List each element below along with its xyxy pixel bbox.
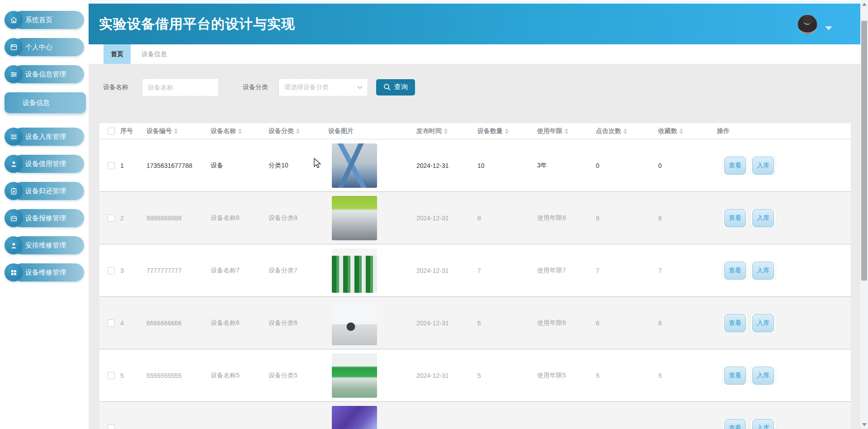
stock-in-button[interactable]: 入库 [752, 262, 774, 280]
select-all-checkbox[interactable] [108, 128, 115, 135]
chevron-down-icon [357, 84, 363, 91]
sliders-icon [5, 65, 23, 83]
grid-icon [5, 263, 23, 281]
sidebar-item-device-repair-mgmt[interactable]: 设备报修管理 [5, 209, 84, 227]
sidebar-subitem-device-info[interactable]: 设备信息 [5, 92, 86, 113]
device-name-input[interactable] [142, 78, 219, 96]
sidebar-item-device-return-mgmt[interactable]: 设备归还管理 [5, 182, 84, 200]
row-checkbox[interactable] [108, 162, 115, 169]
table-row: 查看入库 [99, 402, 851, 429]
briefcase-icon [5, 209, 23, 227]
stock-in-button[interactable]: 入库 [752, 157, 774, 175]
row-checkbox[interactable] [108, 424, 115, 429]
search-bar: 设备名称 设备分类 请选择设备分类 查询 [99, 64, 860, 123]
sort-carets-icon[interactable] [679, 129, 683, 134]
sort-carets-icon[interactable] [444, 129, 448, 134]
view-button[interactable]: 查看 [724, 262, 746, 280]
table-header-row: 序号设备编号设备名称设备分类设备图片发布时间设备数量使用年限点击次数收藏数操作 [99, 123, 851, 139]
device-category-label: 设备分类 [243, 83, 268, 91]
view-button[interactable]: 查看 [724, 157, 746, 175]
user-avatar[interactable] [797, 14, 817, 34]
list-icon [5, 128, 23, 146]
query-button[interactable]: 查询 [376, 79, 415, 95]
sidebar-item-personal-center[interactable]: 个人中心 [5, 38, 84, 56]
table-row: 28888888888设备名称8设备分类82024-12-318使用年限888查… [99, 192, 851, 244]
column-header[interactable]: 设备名称 [206, 127, 264, 135]
column-header[interactable]: 设备数量 [473, 127, 533, 135]
app-window: 系统首页个人中心设备信息管理设备信息设备入库管理设备借用管理设备归还管理设备报修… [0, 0, 868, 429]
column-header[interactable]: 发布时间 [412, 127, 473, 135]
scrollbar-thumb[interactable] [861, 21, 867, 281]
sidebar-item-arrange-maintenance-mgmt[interactable]: 安排维修管理 [5, 236, 84, 254]
tab-bar: 首页设备信息 [89, 44, 860, 64]
stock-in-button[interactable]: 入库 [752, 367, 774, 385]
row-checkbox[interactable] [108, 214, 115, 222]
sidebar-item-system-home[interactable]: 系统首页 [5, 11, 84, 29]
tab-device-info[interactable]: 设备信息 [134, 44, 174, 64]
clipboard-icon [5, 182, 23, 200]
column-header[interactable]: 收藏数 [654, 127, 712, 135]
table-body: 11735631677788设备分类102024-12-31103年00查看入库… [99, 139, 851, 429]
view-button[interactable]: 查看 [724, 367, 746, 385]
sidebar-item-label: 设备入库管理 [13, 128, 84, 146]
person-icon [5, 236, 23, 254]
column-header[interactable]: 使用年限 [533, 127, 591, 135]
sidebar-item-label: 安排维修管理 [13, 236, 84, 254]
device-name-label: 设备名称 [103, 83, 128, 91]
sort-carets-icon[interactable] [238, 129, 242, 134]
scroll-down-icon[interactable] [862, 423, 867, 426]
scroll-up-icon[interactable] [862, 3, 867, 6]
table-row: 55555555555设备名称5设备分类52024-12-315使用年限555查… [99, 349, 851, 402]
top-strip [89, 0, 860, 4]
chevron-down-icon[interactable] [825, 26, 832, 30]
home-icon [5, 11, 23, 29]
view-button[interactable]: 查看 [724, 419, 746, 429]
main-area: 实验设备借用平台的设计与实现 首页设备信息 设备名称 设备分类 请选择设备分类 [89, 0, 860, 429]
view-button[interactable]: 查看 [724, 314, 746, 332]
sort-carets-icon[interactable] [623, 129, 627, 134]
device-category-select[interactable]: 请选择设备分类 [278, 78, 368, 96]
device-image-green-cnc-machine[interactable] [332, 353, 377, 398]
row-checkbox[interactable] [108, 372, 115, 379]
sidebar-item-device-borrow-mgmt[interactable]: 设备借用管理 [5, 155, 84, 173]
sort-carets-icon[interactable] [296, 129, 300, 134]
column-header: 操作 [712, 127, 851, 135]
sidebar-item-label: 个人中心 [13, 38, 84, 56]
sidebar-item-label: 设备报修管理 [13, 209, 84, 227]
sort-carets-icon[interactable] [505, 129, 509, 134]
page-title: 实验设备借用平台的设计与实现 [89, 4, 860, 44]
table-row: 37777777777设备名称7设备分类72024-12-317使用年限777查… [99, 244, 851, 297]
sidebar: 系统首页个人中心设备信息管理设备信息设备入库管理设备借用管理设备归还管理设备报修… [0, 0, 89, 429]
page-scrollbar[interactable] [860, 0, 868, 429]
app-header: 实验设备借用平台的设计与实现 [89, 4, 860, 44]
stock-in-button[interactable]: 入库 [752, 419, 774, 429]
user-icon [5, 155, 23, 173]
row-checkbox[interactable] [108, 267, 115, 274]
tab-home[interactable]: 首页 [104, 44, 131, 64]
device-image-purple-tech-scene[interactable] [332, 406, 377, 429]
column-header[interactable]: 设备分类 [264, 127, 324, 135]
sidebar-item-device-info-mgmt[interactable]: 设备信息管理 [5, 65, 84, 83]
sidebar-item-label: 设备借用管理 [13, 155, 84, 173]
device-image-green-filter-tanks[interactable] [332, 248, 377, 293]
sidebar-item-label: 设备信息管理 [13, 65, 84, 83]
table-row: 11735631677788设备分类102024-12-31103年00查看入库 [99, 139, 851, 192]
device-image-green-wall-stainless-lab[interactable] [332, 196, 377, 240]
column-header[interactable]: 点击次数 [591, 127, 654, 135]
stock-in-button[interactable]: 入库 [752, 209, 774, 227]
view-button[interactable]: 查看 [724, 209, 746, 227]
device-image-blue-fume-extractor-machines[interactable] [332, 143, 377, 188]
sidebar-item-label: 系统首页 [13, 11, 84, 29]
device-image-white-lab-workbench[interactable] [332, 301, 377, 345]
sort-carets-icon[interactable] [174, 129, 178, 134]
sidebar-item-device-inbound-mgmt[interactable]: 设备入库管理 [5, 128, 84, 146]
search-icon [383, 83, 391, 91]
sort-carets-icon[interactable] [565, 129, 568, 134]
stock-in-button[interactable]: 入库 [752, 314, 774, 332]
query-button-label: 查询 [394, 83, 408, 91]
column-header[interactable]: 设备编号 [142, 127, 206, 135]
sidebar-item-device-maintenance-mgmt[interactable]: 设备维修管理 [5, 263, 84, 281]
content-area: 设备名称 设备分类 请选择设备分类 查询 [89, 64, 860, 429]
select-placeholder: 请选择设备分类 [284, 83, 329, 91]
row-checkbox[interactable] [108, 319, 115, 327]
